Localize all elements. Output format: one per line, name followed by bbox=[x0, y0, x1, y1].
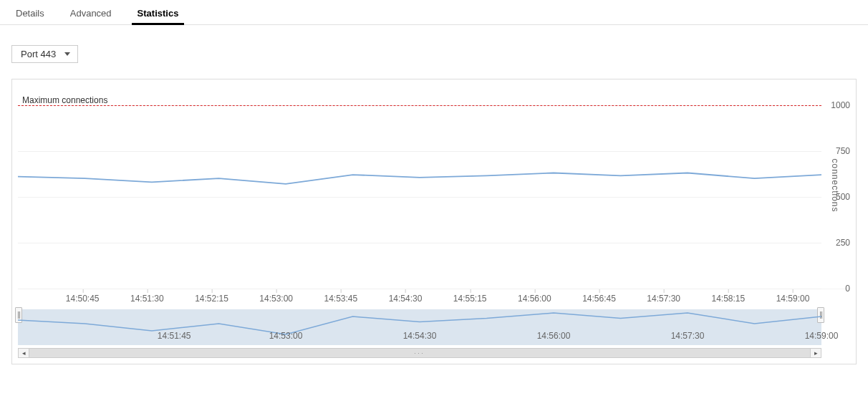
series-line bbox=[18, 173, 821, 183]
x-tick-label: 14:50:45 bbox=[66, 294, 100, 304]
tab-bar: Details Advanced Statistics bbox=[0, 0, 868, 25]
x-tick-label: 14:53:00 bbox=[259, 294, 293, 304]
x-tick-label: 14:56:45 bbox=[582, 294, 616, 304]
tab-advanced[interactable]: Advanced bbox=[67, 8, 115, 24]
x-tick-label: 14:53:45 bbox=[324, 294, 357, 304]
scroll-right-button[interactable]: ▸ bbox=[810, 348, 821, 358]
scroll-track[interactable]: ∙∙∙ bbox=[29, 348, 810, 358]
x-tick-label: 14:56:00 bbox=[518, 294, 551, 304]
chart-overview[interactable]: 14:51:4514:53:0014:54:3014:56:0014:57:30… bbox=[18, 309, 821, 345]
series-svg bbox=[18, 87, 821, 289]
y-axis-title: connections bbox=[829, 158, 839, 212]
x-tick-label: 14:51:30 bbox=[130, 294, 164, 304]
y-tick-label: 0 bbox=[824, 284, 850, 294]
x-tick-label: 14:54:30 bbox=[389, 294, 423, 304]
chart-horizontal-scrollbar[interactable]: ◂ ∙∙∙ ▸ bbox=[18, 348, 821, 358]
overview-x-tick: 14:54:30 bbox=[403, 331, 437, 341]
overview-x-tick: 14:51:45 bbox=[158, 331, 191, 341]
chart-panel: connections 02505007501000Maximum connec… bbox=[11, 79, 857, 364]
y-tick-label: 250 bbox=[824, 238, 850, 248]
overview-x-tick: 14:53:00 bbox=[269, 331, 303, 341]
chevron-down-icon bbox=[64, 52, 70, 56]
x-tick-label: 14:58:15 bbox=[711, 294, 745, 304]
overview-x-tick: 14:57:30 bbox=[671, 331, 705, 341]
port-select-label: Port 443 bbox=[21, 49, 56, 59]
x-tick-label: 14:59:00 bbox=[776, 294, 810, 304]
overview-x-tick: 14:59:00 bbox=[805, 331, 839, 341]
y-tick-label: 500 bbox=[824, 192, 850, 202]
overview-x-tick: 14:56:00 bbox=[537, 331, 571, 341]
y-tick-label: 750 bbox=[824, 146, 850, 156]
controls: Port 443 bbox=[0, 25, 868, 79]
tab-statistics[interactable]: Statistics bbox=[135, 8, 182, 24]
x-axis: 14:50:4514:51:3014:52:1514:53:0014:53:45… bbox=[18, 289, 821, 309]
line-chart: connections 02505007501000Maximum connec… bbox=[18, 87, 850, 289]
tab-details[interactable]: Details bbox=[13, 8, 47, 24]
port-select[interactable]: Port 443 bbox=[11, 45, 78, 63]
x-tick-label: 14:57:30 bbox=[647, 294, 680, 304]
y-tick-label: 1000 bbox=[824, 100, 850, 110]
scroll-left-button[interactable]: ◂ bbox=[18, 348, 29, 358]
x-tick-label: 14:52:15 bbox=[195, 294, 228, 304]
x-tick-label: 14:55:15 bbox=[453, 294, 487, 304]
